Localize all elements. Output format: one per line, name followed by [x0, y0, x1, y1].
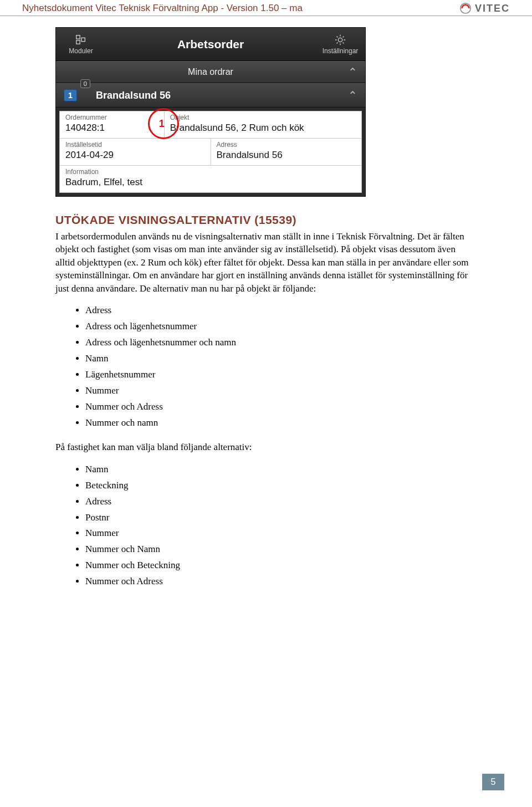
chevron-up-icon: ⌃: [348, 65, 357, 79]
nav-moduler[interactable]: Moduler: [56, 34, 106, 55]
order-details: Ordernummer 140428:1 1 Objekt Brandalsun…: [59, 111, 362, 193]
section-mina-ordrar[interactable]: Mina ordrar ⌃: [56, 61, 365, 83]
mobile-topbar: Moduler Arbetsorder Inställningar: [56, 28, 365, 61]
svg-rect-3: [81, 38, 85, 41]
page-header: Nyhetsdokument Vitec Teknisk Förvaltning…: [0, 0, 532, 16]
mobile-screenshot: Moduler Arbetsorder Inställningar Mina o…: [55, 27, 366, 197]
cell-adress: Adress Brandalsund 56: [211, 139, 362, 165]
list-item: Nummer och namn: [85, 415, 477, 431]
paragraph-2: På fastighet kan man välja bland följand…: [55, 441, 477, 453]
vitec-logo-text: VITEC: [475, 3, 510, 14]
vitec-logo: VITEC: [459, 2, 510, 14]
ordernummer-label: Ordernummer: [65, 114, 158, 121]
svg-rect-1: [76, 35, 80, 38]
cell-information: Information Badrum, Elfel, test: [60, 166, 361, 192]
objekt-label: Objekt: [170, 114, 356, 121]
svg-point-4: [338, 38, 342, 42]
list-item: Namn: [85, 351, 477, 367]
list-item: Beteckning: [85, 478, 477, 494]
information-label: Information: [65, 168, 356, 176]
information-value: Badrum, Elfel, test: [65, 177, 356, 188]
list-item: Nummer och Beteckning: [85, 558, 477, 574]
installelsetid-value: 2014-04-29: [65, 150, 205, 161]
nav-moduler-label: Moduler: [69, 47, 93, 55]
list-item: Adress och lägenhetsnummer och namn: [85, 335, 477, 351]
list-item: Nummer: [85, 383, 477, 399]
installelsetid-label: Inställelsetid: [65, 141, 205, 149]
section-label: Mina ordrar: [188, 67, 233, 77]
paragraph-1: I arbetsordermodulen används nu de visni…: [55, 230, 477, 295]
section-heading: UTÖKADE VISNINGSALTERNATIV (15539): [55, 213, 477, 227]
adress-value: Brandalsund 56: [217, 150, 356, 161]
cell-installelsetid: Inställelsetid 2014-04-29: [60, 139, 211, 165]
list-item: Nummer: [85, 525, 477, 542]
nav-installningar-label: Inställningar: [323, 47, 359, 55]
adress-label: Adress: [217, 141, 356, 149]
modules-icon: [75, 34, 87, 46]
cell-ordernummer: Ordernummer 140428:1: [60, 111, 165, 138]
list-item: Adress: [85, 303, 477, 319]
list-item: Nummer och Adress: [85, 399, 477, 415]
order-row[interactable]: 1 0 Brandalsund 56 ⌃: [56, 83, 365, 108]
list-item: Adress och lägenhetsnummer: [85, 319, 477, 335]
objekt-value: Brandalsund 56, 2 Rum och kök: [170, 122, 356, 134]
badge-count: 1: [64, 89, 77, 101]
annotation-number: 1: [159, 118, 165, 130]
list-item: Nummer och Namn: [85, 542, 477, 558]
chevron-up-icon: ⌃: [348, 89, 357, 102]
gear-icon: [334, 34, 346, 46]
fastighet-alternativ-list: Namn Beteckning Adress Postnr Nummer Num…: [85, 462, 477, 590]
list-item: Nummer och Adress: [85, 574, 477, 590]
list-item: Postnr: [85, 510, 477, 526]
order-row-title: Brandalsund 56: [96, 90, 171, 101]
nav-installningar[interactable]: Inställningar: [315, 34, 365, 55]
doc-title: Nyhetsdokument Vitec Teknisk Förvaltning…: [22, 3, 303, 14]
page-number: 5: [482, 774, 504, 790]
svg-rect-2: [76, 40, 80, 43]
badge-sub: 0: [80, 79, 90, 88]
list-item: Adress: [85, 494, 477, 510]
list-item: Lägenhetsnummer: [85, 367, 477, 383]
screen-title: Arbetsorder: [106, 38, 315, 51]
objekt-alternativ-list: Adress Adress och lägenhetsnummer Adress…: [85, 303, 477, 431]
ordernummer-value: 140428:1: [65, 122, 158, 134]
list-item: Namn: [85, 462, 477, 478]
cell-objekt: 1 Objekt Brandalsund 56, 2 Rum och kök: [165, 111, 361, 138]
page-content: Moduler Arbetsorder Inställningar Mina o…: [0, 16, 532, 590]
vitec-logo-icon: [459, 2, 472, 14]
